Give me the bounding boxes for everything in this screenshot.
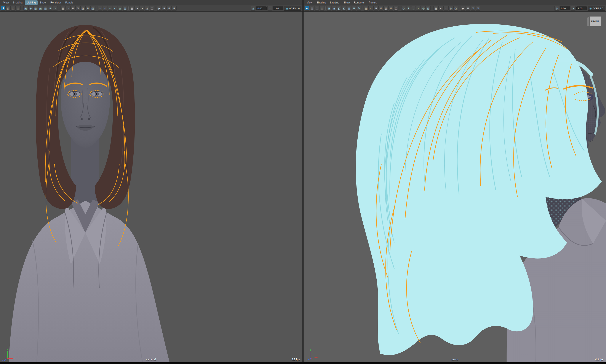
svg-text:z: z bbox=[306, 359, 307, 361]
camera-dolly-icon[interactable]: ◫ bbox=[315, 6, 319, 11]
image-plane-icon[interactable]: ▦ bbox=[43, 6, 48, 11]
snapshot-icon[interactable]: ⊠ bbox=[172, 6, 177, 11]
default-lighting-icon[interactable]: ☀ bbox=[103, 6, 107, 11]
smooth-shade-icon[interactable]: ● bbox=[438, 6, 443, 11]
exposure-icon[interactable]: ◎ bbox=[251, 6, 255, 11]
frame-selection-icon[interactable]: ⊡ bbox=[167, 6, 172, 11]
menu-show[interactable]: Show bbox=[38, 0, 48, 5]
bookmark-icon[interactable]: ◩ bbox=[342, 6, 346, 11]
lock-camera-icon[interactable]: ◉ bbox=[332, 6, 337, 11]
maya-dual-viewport-window: ViewShadingLightingShowRendererPanels A▤… bbox=[0, 0, 606, 362]
gamma-field[interactable]: 1.00 bbox=[273, 6, 283, 10]
ambient-occlusion-icon[interactable]: ◍ bbox=[118, 6, 122, 11]
lock-camera-icon[interactable]: ◉ bbox=[28, 6, 33, 11]
gamma-icon[interactable]: ◑ bbox=[571, 6, 576, 11]
anti-aliasing-icon[interactable]: ▨ bbox=[426, 6, 431, 11]
toolbar-separator bbox=[400, 6, 400, 10]
view-cube-front-face[interactable]: FRONT bbox=[590, 16, 601, 26]
snapshot-icon[interactable]: ⊠ bbox=[476, 6, 480, 11]
exposure-field[interactable]: 0.00 bbox=[256, 6, 267, 10]
select-camera-icon[interactable]: ▣ bbox=[23, 6, 28, 11]
gate-mask-icon[interactable]: ⊡ bbox=[75, 6, 80, 11]
two-d-pan-zoom-icon[interactable]: ⊞ bbox=[48, 6, 53, 11]
select-camera-icon[interactable]: ▣ bbox=[327, 6, 331, 11]
exposure-icon[interactable]: ◎ bbox=[554, 6, 559, 11]
frame-selection-icon[interactable]: ⊡ bbox=[471, 6, 475, 11]
grease-pencil-icon[interactable]: ✎ bbox=[357, 6, 361, 11]
menu-view[interactable]: View bbox=[305, 0, 314, 5]
color-management-chip[interactable]: ◉ ACES 1.0 bbox=[284, 6, 301, 11]
safe-title-icon[interactable]: ◫ bbox=[90, 6, 95, 11]
frame-all-icon[interactable]: ⊞ bbox=[162, 6, 167, 11]
camera1-render[interactable] bbox=[0, 12, 302, 362]
anti-aliasing-icon[interactable]: ▨ bbox=[122, 6, 127, 11]
safe-action-icon[interactable]: ⊠ bbox=[389, 6, 393, 11]
menu-lighting[interactable]: Lighting bbox=[328, 0, 341, 5]
gamma-field[interactable]: 1.00 bbox=[576, 6, 587, 10]
camera-track-icon[interactable]: ▥ bbox=[320, 6, 324, 11]
isolate-select-icon[interactable]: ◇ bbox=[98, 6, 102, 11]
shadows-icon[interactable]: ◐ bbox=[113, 6, 117, 11]
renderer-a-badge[interactable]: A bbox=[305, 6, 309, 11]
field-chart-icon[interactable]: ▧ bbox=[81, 6, 85, 11]
right-panel-menubar: ViewShadingLightingShowRendererPanels bbox=[304, 0, 606, 5]
exposure-field[interactable]: 0.00 bbox=[560, 6, 570, 10]
fps-counter: 4.3 fps bbox=[292, 358, 300, 361]
renderer-a-badge[interactable]: A bbox=[1, 6, 6, 11]
all-lights-icon[interactable]: ☼ bbox=[108, 6, 112, 11]
wireframe-icon[interactable]: ▩ bbox=[130, 6, 135, 11]
film-gate-icon[interactable]: ▭ bbox=[369, 6, 374, 11]
image-plane-icon[interactable]: ▦ bbox=[347, 6, 351, 11]
menu-shading[interactable]: Shading bbox=[11, 0, 25, 5]
camera-attributes-icon[interactable]: ◧ bbox=[33, 6, 38, 11]
menu-panels[interactable]: Panels bbox=[367, 0, 379, 5]
xray-icon[interactable]: ▢ bbox=[150, 6, 154, 11]
all-lights-icon[interactable]: ☼ bbox=[411, 6, 416, 11]
field-chart-icon[interactable]: ▧ bbox=[384, 6, 389, 11]
default-lighting-icon[interactable]: ☀ bbox=[406, 6, 411, 11]
camera-dolly-icon[interactable]: ◫ bbox=[11, 6, 15, 11]
ambient-occlusion-icon[interactable]: ◍ bbox=[421, 6, 426, 11]
xray-icon[interactable]: ▢ bbox=[453, 6, 458, 11]
shadows-icon[interactable]: ◐ bbox=[416, 6, 421, 11]
gamma-icon[interactable]: ◑ bbox=[268, 6, 272, 11]
grid-icon[interactable]: ▦ bbox=[61, 6, 65, 11]
select-cursor-icon[interactable]: ▶ bbox=[157, 6, 162, 11]
menu-view[interactable]: View bbox=[1, 0, 11, 5]
persp-render[interactable] bbox=[304, 12, 606, 362]
menu-shading[interactable]: Shading bbox=[315, 0, 328, 5]
textured-icon[interactable]: ◑ bbox=[444, 6, 448, 11]
panel-layout-icon[interactable]: ▤ bbox=[310, 6, 314, 11]
gate-mask-icon[interactable]: ⊡ bbox=[379, 6, 384, 11]
safe-action-icon[interactable]: ⊠ bbox=[85, 6, 90, 11]
right-viewport[interactable]: FRONT y x z persp 4.3 fps bbox=[304, 12, 606, 362]
isolate-select-icon[interactable]: ◇ bbox=[401, 6, 406, 11]
color-management-chip[interactable]: ◉ ACES 1.0 bbox=[588, 6, 605, 11]
menu-renderer[interactable]: Renderer bbox=[352, 0, 367, 5]
camera-attributes-icon[interactable]: ◧ bbox=[337, 6, 341, 11]
wireframe-icon[interactable]: ▩ bbox=[433, 6, 438, 11]
panel-layout-icon[interactable]: ▤ bbox=[6, 6, 11, 11]
textured-icon[interactable]: ◑ bbox=[140, 6, 144, 11]
menu-renderer[interactable]: Renderer bbox=[48, 0, 63, 5]
use-default-material-icon[interactable]: ◎ bbox=[145, 6, 149, 11]
frame-all-icon[interactable]: ⊞ bbox=[466, 6, 470, 11]
select-cursor-icon[interactable]: ▶ bbox=[461, 6, 465, 11]
two-d-pan-zoom-icon[interactable]: ⊞ bbox=[352, 6, 356, 11]
left-viewport[interactable]: y x z camera1 4.3 fps bbox=[0, 12, 302, 362]
resolution-gate-icon[interactable]: ⊟ bbox=[70, 6, 75, 11]
toolbar-separator bbox=[59, 6, 59, 10]
film-gate-icon[interactable]: ▭ bbox=[66, 6, 70, 11]
grid-icon[interactable]: ▦ bbox=[364, 6, 369, 11]
menu-panels[interactable]: Panels bbox=[63, 0, 75, 5]
camera-track-icon[interactable]: ▥ bbox=[16, 6, 21, 11]
safe-title-icon[interactable]: ◫ bbox=[394, 6, 398, 11]
bookmark-icon[interactable]: ◩ bbox=[38, 6, 43, 11]
menu-show[interactable]: Show bbox=[341, 0, 352, 5]
smooth-shade-icon[interactable]: ● bbox=[135, 6, 139, 11]
menu-lighting[interactable]: Lighting bbox=[25, 0, 38, 5]
view-cube[interactable]: FRONT bbox=[587, 16, 601, 28]
grease-pencil-icon[interactable]: ✎ bbox=[53, 6, 58, 11]
use-default-material-icon[interactable]: ◎ bbox=[448, 6, 453, 11]
resolution-gate-icon[interactable]: ⊟ bbox=[374, 6, 378, 11]
